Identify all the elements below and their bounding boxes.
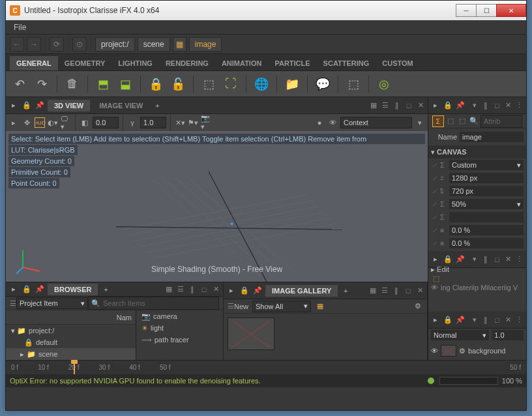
item-pathtracer[interactable]: ⟿ path tracer	[136, 334, 223, 346]
tab-general[interactable]: GENERAL	[10, 56, 58, 70]
redo-button[interactable]: ↷	[33, 76, 50, 93]
gallery-add[interactable]: +	[340, 286, 351, 296]
em[interactable]: ⋮	[515, 255, 524, 264]
gx[interactable]: ✕	[415, 286, 424, 295]
a3[interactable]: □	[493, 101, 501, 110]
maximize-button[interactable]: ☐	[476, 4, 497, 17]
am[interactable]: ⋮	[515, 101, 524, 110]
timeline[interactable]: 0 f 10 f 20 f 30 f 40 f 50 f 50 f	[6, 360, 526, 374]
tab-imageview[interactable]: IMAGE VIEW	[93, 100, 149, 111]
browser-mode[interactable]: Project Item▾	[16, 297, 88, 309]
pin-icon[interactable]: 📌	[35, 100, 45, 111]
maximize-panel-icon[interactable]: □	[404, 101, 413, 110]
nav-back-button[interactable]: ←	[10, 37, 24, 52]
breadcrumb-root[interactable]: project:/	[95, 37, 135, 52]
ly-p[interactable]: 📌	[456, 315, 466, 325]
eye-icon[interactable]: 👁	[327, 117, 338, 128]
name-field[interactable]: image	[460, 132, 524, 142]
tab-animation[interactable]: ANIMATION	[215, 56, 269, 70]
e2[interactable]: ‖	[482, 255, 490, 264]
undo-button[interactable]: ↶	[11, 76, 28, 93]
opacity-field[interactable]: 1.0	[492, 330, 524, 340]
gal-c[interactable]: ▸	[226, 286, 237, 296]
pause-icon[interactable]: ‖	[392, 101, 402, 110]
gallery-settings[interactable]: ⚙	[413, 301, 423, 312]
lx[interactable]: ✕	[504, 316, 512, 325]
dot-icon[interactable]: ●	[314, 117, 325, 128]
blend-mode[interactable]: Normal▾	[431, 330, 489, 340]
layer-eye[interactable]: 👁	[431, 347, 438, 355]
flag-icon[interactable]: ⚑▾	[188, 117, 198, 128]
tab-scattering[interactable]: SCATTERING	[317, 56, 376, 70]
playhead[interactable]	[74, 361, 75, 374]
vp-opt1[interactable]: ▸	[8, 117, 19, 128]
move-icon[interactable]: ✥	[22, 117, 32, 128]
attr-search[interactable]: Attrib	[480, 115, 522, 128]
g1[interactable]: ▦	[368, 286, 377, 295]
layout-v-icon[interactable]: ☰	[381, 101, 390, 110]
nav-refresh-button[interactable]: ⊙	[72, 37, 87, 52]
browser-lock[interactable]: 🔒	[22, 284, 32, 295]
browser-search[interactable]: 🔍Search Items	[88, 297, 219, 310]
layout-h-icon[interactable]: ▦	[369, 101, 378, 110]
l1[interactable]: ▾	[471, 316, 479, 325]
nav-forward-button[interactable]: →	[27, 37, 41, 52]
box-button[interactable]: ⬚	[200, 76, 217, 93]
camera-icon[interactable]: 📷▾	[201, 117, 211, 128]
ex[interactable]: ✕	[504, 255, 512, 264]
delete-button[interactable]: 🗑	[64, 76, 81, 93]
target-button[interactable]: ◎	[376, 76, 392, 93]
close-panel-icon[interactable]: ✕	[416, 101, 425, 110]
ly-l[interactable]: 🔒	[443, 315, 453, 325]
a2[interactable]: ‖	[482, 101, 490, 110]
breadcrumb-image[interactable]: image	[189, 37, 222, 52]
g3[interactable]: ‖	[392, 286, 401, 295]
minimize-button[interactable]: ─	[456, 4, 477, 17]
shading-icon[interactable]: ◐▾	[48, 117, 58, 128]
e1[interactable]: ▾	[471, 255, 479, 264]
browser-add[interactable]: +	[100, 284, 111, 295]
gamma-field[interactable]: 1.0	[140, 117, 166, 128]
chat-button[interactable]: 💬	[314, 76, 331, 93]
ed-l[interactable]: 🔒	[443, 254, 453, 265]
at-i2[interactable]: ⬚	[445, 116, 456, 126]
collapse-icon[interactable]: ▸	[8, 100, 19, 111]
browser-collapse[interactable]: ▸	[8, 284, 19, 295]
ax[interactable]: ✕	[504, 101, 512, 110]
empty-field[interactable]	[449, 212, 524, 222]
item-light[interactable]: ☀ light	[136, 322, 223, 334]
at-i3[interactable]: ⬚	[457, 116, 467, 126]
link-button[interactable]: ⬚	[345, 76, 362, 93]
br-l2[interactable]: ☰	[176, 285, 185, 294]
layer-fx[interactable]: ⚙	[459, 347, 466, 355]
tree-root[interactable]: ▾ 📁 project:/	[6, 325, 136, 336]
gallery-tab[interactable]: IMAGE GALLERY	[265, 285, 338, 297]
pct-b[interactable]: 0.0 %	[449, 238, 524, 248]
canvas-section[interactable]: ▾ CANVAS	[431, 148, 467, 156]
lock-button[interactable]: 🔒	[147, 76, 164, 93]
at-search[interactable]: 🔍	[469, 116, 479, 126]
ed-p[interactable]: 📌	[456, 254, 466, 265]
gallery-thumbnail[interactable]	[228, 318, 274, 350]
gal-pin[interactable]: 📌	[252, 286, 263, 296]
close-button[interactable]: ✕	[496, 4, 526, 17]
unlock-button[interactable]: 🔓	[170, 76, 186, 93]
lm[interactable]: ⋮	[515, 316, 524, 325]
dropdown-icon[interactable]: ▾	[415, 117, 425, 128]
tab-3dview[interactable]: 3D VIEW	[48, 100, 90, 111]
thumb-icon[interactable]: ▦	[315, 301, 325, 312]
br-l3[interactable]: ‖	[188, 285, 197, 294]
g4[interactable]: □	[404, 286, 413, 295]
context-select[interactable]: Context	[340, 117, 412, 128]
viewport-3d[interactable]: Select: Select item (LMB) Add item to se…	[6, 131, 428, 282]
world-button[interactable]: 🌐	[253, 76, 270, 93]
preset-field[interactable]: Custom▾	[449, 160, 524, 170]
gal-lock[interactable]: 🔒	[239, 286, 250, 296]
tab-custom[interactable]: CUSTOM	[376, 56, 419, 70]
exposure-field[interactable]: 0.0	[93, 117, 119, 128]
axis-gizmo[interactable]	[15, 246, 44, 275]
ungroup-button[interactable]: ⬓	[117, 76, 134, 93]
g2[interactable]: ☰	[380, 286, 389, 295]
tree-scene[interactable]: ▸ 📁 scene	[6, 348, 136, 360]
height-field[interactable]: 720 px	[449, 186, 524, 196]
